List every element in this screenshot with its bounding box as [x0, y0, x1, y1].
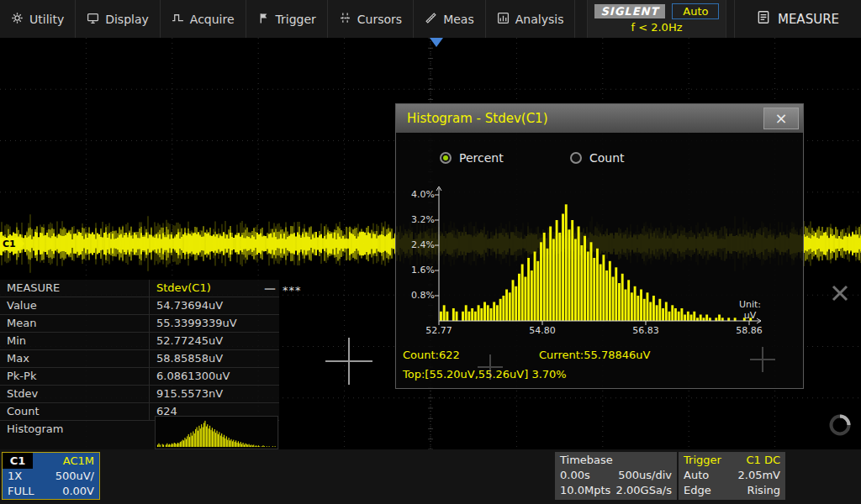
crosshair-marker-small-1[interactable] — [478, 354, 503, 380]
menu-cursors[interactable]: Cursors — [328, 0, 414, 38]
table-row: Min 52.77245uV — [0, 333, 279, 350]
x-tick: 56.83 — [626, 325, 666, 336]
waveform-display-area: C1 MEASURE Stdev(C1) Value 54.73694uV Me… — [0, 38, 861, 449]
table-row: Max 58.85858uV — [0, 350, 279, 368]
histogram-count-readout: Count:622 — [403, 349, 460, 361]
timebase-panel[interactable]: Timebase 0.00s 500us/div 10.0Mpts 2.00GS… — [555, 452, 677, 500]
siglent-logo: SIGLENT — [594, 4, 666, 18]
row-label: Value — [0, 297, 149, 314]
histogram-thumbnail-bars — [157, 421, 276, 447]
radio-percent-label: Percent — [459, 151, 504, 165]
main-menu: Utility Display Acquire Trigger Cursors … — [0, 0, 575, 38]
histogram-thumbnail[interactable] — [155, 416, 278, 449]
trigger-mode: Auto — [684, 468, 709, 483]
timebase-delay: 0.00s — [560, 468, 590, 483]
utility-icon — [11, 12, 24, 27]
trigger-slope: Rising — [747, 483, 780, 498]
menu-label: Acquire — [190, 13, 235, 26]
row-label: Max — [0, 350, 149, 367]
menu-utility[interactable]: Utility — [0, 0, 76, 38]
row-value: 6.0861300uV — [149, 368, 279, 385]
cursors-icon — [339, 12, 351, 27]
measurement-table: MEASURE Stdev(C1) Value 54.73694uV Mean … — [0, 280, 279, 449]
display-icon — [87, 12, 99, 27]
dialog-title-bar[interactable]: Histogram - Stdev(C1) × — [396, 104, 803, 133]
trigger-flag-icon — [257, 12, 270, 27]
table-more-button[interactable]: *** — [283, 284, 302, 297]
trigger-source: C1 DC — [746, 453, 780, 468]
crosshair-marker-large[interactable] — [325, 338, 372, 385]
close-x-icon — [831, 284, 849, 302]
histogram-current-readout: Current:55.78846uV — [539, 349, 650, 361]
dialog-title: Histogram - Stdev(C1) — [407, 104, 548, 133]
timebase-rate: 2.00GSa/s — [616, 483, 672, 498]
trigger-level: 2.05mV — [737, 468, 780, 483]
meas-ruler-icon — [425, 12, 437, 27]
channel-scale: 500uV/ — [55, 469, 94, 484]
crosshair-marker-small-2[interactable] — [750, 347, 775, 372]
radio-count-label: Count — [589, 151, 625, 165]
menu-label: Analysis — [515, 13, 564, 26]
menu-display[interactable]: Display — [76, 0, 161, 38]
menu-analysis[interactable]: Analysis — [486, 0, 576, 38]
status-block: SIGLENT Auto f < 2.0Hz — [587, 0, 726, 38]
trigger-title: Trigger — [684, 453, 721, 468]
row-label: Pk-Pk — [0, 368, 149, 385]
menu-acquire[interactable]: Acquire — [161, 0, 246, 38]
dialog-close-button[interactable]: × — [763, 108, 799, 129]
channel1-panel[interactable]: C1 AC1M 1X 500uV/ FULL 0.00V — [2, 452, 100, 500]
radio-percent[interactable]: Percent — [440, 151, 504, 165]
table-minimize-button[interactable]: — — [264, 281, 276, 295]
histogram-plot — [430, 185, 766, 332]
top-menu-bar: Utility Display Acquire Trigger Cursors … — [0, 0, 861, 39]
measure-header-label: MEASURE — [0, 280, 149, 297]
row-value: 52.77245uV — [149, 333, 279, 349]
row-label: Mean — [0, 315, 149, 332]
measure-menu-button[interactable]: MEASURE — [734, 0, 861, 38]
radio-count[interactable]: Count — [570, 151, 625, 165]
measure-close-button[interactable] — [831, 284, 849, 306]
unit-label: Unit: uV — [731, 299, 769, 321]
channel1-position-marker[interactable]: C1 — [0, 238, 19, 250]
measure-table-header: MEASURE Stdev(C1) — [0, 280, 279, 297]
menu-trigger[interactable]: Trigger — [246, 0, 328, 38]
channel-bandwidth: FULL — [8, 484, 34, 499]
analysis-chart-icon — [497, 12, 510, 27]
menu-label: Display — [105, 13, 149, 26]
measure-header-value: Stdev(C1) — [149, 280, 279, 297]
timebase-points: 10.0Mpts — [560, 483, 610, 498]
menu-meas[interactable]: Meas — [414, 0, 486, 38]
row-label: Min — [0, 333, 149, 349]
trigger-position-marker[interactable] — [430, 38, 443, 47]
trigger-type: Edge — [684, 483, 711, 498]
timebase-title: Timebase — [560, 453, 613, 468]
row-label: Count — [0, 403, 149, 420]
histogram-dialog: Histogram - Stdev(C1) × Percent Count 4.… — [395, 103, 804, 389]
bottom-status-bar: C1 AC1M 1X 500uV/ FULL 0.00V Timebase 0.… — [0, 449, 861, 504]
x-tick: 58.86 — [729, 325, 769, 336]
menu-label: Trigger — [276, 13, 316, 26]
row-value: 55.3399339uV — [149, 315, 279, 332]
table-row: Mean 55.3399339uV — [0, 315, 279, 333]
row-value: 58.85858uV — [149, 350, 279, 367]
channel-offset: 0.00V — [62, 484, 94, 499]
histogram-row-label: Histogram — [0, 421, 149, 449]
channel-name: C1 — [3, 453, 33, 469]
histogram-thumbnail-svg — [156, 417, 277, 449]
oscilloscope-screen: Utility Display Acquire Trigger Cursors … — [0, 0, 861, 504]
table-row: Pk-Pk 6.0861300uV — [0, 368, 279, 386]
radio-count-circle — [570, 152, 582, 164]
menu-label: Meas — [443, 13, 474, 26]
measure-menu-label: MEASURE — [778, 12, 839, 27]
timebase-scale: 500us/div — [618, 468, 672, 483]
x-tick: 54.80 — [522, 325, 563, 336]
row-value: 54.73694uV — [149, 297, 279, 314]
acquisition-mode-badge: Auto — [672, 3, 719, 19]
histogram-bars — [440, 204, 752, 321]
trigger-panel[interactable]: Trigger C1 DC Auto 2.05mV Edge Rising — [679, 452, 785, 500]
channel-coupling: AC1M — [63, 454, 99, 467]
refresh-ring-icon[interactable] — [827, 412, 853, 441]
menu-label: Cursors — [357, 13, 402, 26]
trigger-frequency-readout: f < 2.0Hz — [588, 21, 726, 34]
x-tick: 52.77 — [419, 325, 459, 336]
